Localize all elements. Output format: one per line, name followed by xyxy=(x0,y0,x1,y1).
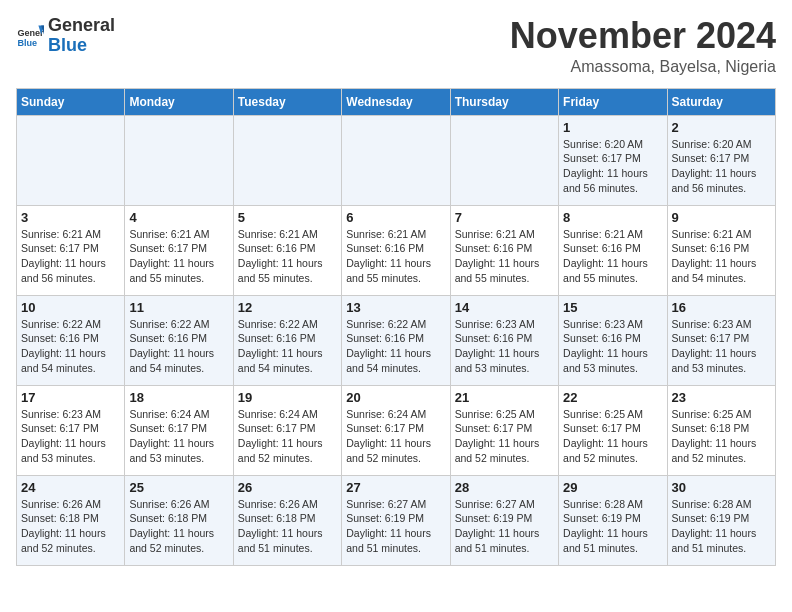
col-header-sunday: Sunday xyxy=(17,88,125,115)
day-number: 27 xyxy=(346,480,445,495)
day-info: Sunrise: 6:23 AM Sunset: 6:17 PM Dayligh… xyxy=(21,407,120,466)
day-info: Sunrise: 6:27 AM Sunset: 6:19 PM Dayligh… xyxy=(346,497,445,556)
calendar-cell: 7Sunrise: 6:21 AM Sunset: 6:16 PM Daylig… xyxy=(450,205,558,295)
col-header-friday: Friday xyxy=(559,88,667,115)
logo-blue-text: Blue xyxy=(48,35,87,55)
day-number: 13 xyxy=(346,300,445,315)
day-info: Sunrise: 6:25 AM Sunset: 6:17 PM Dayligh… xyxy=(455,407,554,466)
calendar-cell: 19Sunrise: 6:24 AM Sunset: 6:17 PM Dayli… xyxy=(233,385,341,475)
day-info: Sunrise: 6:23 AM Sunset: 6:16 PM Dayligh… xyxy=(563,317,662,376)
calendar-cell xyxy=(450,115,558,205)
col-header-thursday: Thursday xyxy=(450,88,558,115)
day-number: 25 xyxy=(129,480,228,495)
calendar-week-row: 1Sunrise: 6:20 AM Sunset: 6:17 PM Daylig… xyxy=(17,115,776,205)
day-number: 11 xyxy=(129,300,228,315)
calendar-cell: 12Sunrise: 6:22 AM Sunset: 6:16 PM Dayli… xyxy=(233,295,341,385)
day-info: Sunrise: 6:23 AM Sunset: 6:17 PM Dayligh… xyxy=(672,317,771,376)
day-info: Sunrise: 6:21 AM Sunset: 6:16 PM Dayligh… xyxy=(238,227,337,286)
calendar-week-row: 10Sunrise: 6:22 AM Sunset: 6:16 PM Dayli… xyxy=(17,295,776,385)
day-info: Sunrise: 6:21 AM Sunset: 6:16 PM Dayligh… xyxy=(563,227,662,286)
day-info: Sunrise: 6:26 AM Sunset: 6:18 PM Dayligh… xyxy=(129,497,228,556)
calendar-cell: 9Sunrise: 6:21 AM Sunset: 6:16 PM Daylig… xyxy=(667,205,775,295)
day-info: Sunrise: 6:21 AM Sunset: 6:16 PM Dayligh… xyxy=(672,227,771,286)
day-number: 29 xyxy=(563,480,662,495)
day-number: 10 xyxy=(21,300,120,315)
day-info: Sunrise: 6:20 AM Sunset: 6:17 PM Dayligh… xyxy=(672,137,771,196)
day-number: 26 xyxy=(238,480,337,495)
calendar-cell xyxy=(17,115,125,205)
day-number: 18 xyxy=(129,390,228,405)
day-info: Sunrise: 6:23 AM Sunset: 6:16 PM Dayligh… xyxy=(455,317,554,376)
day-info: Sunrise: 6:21 AM Sunset: 6:16 PM Dayligh… xyxy=(455,227,554,286)
calendar-cell: 23Sunrise: 6:25 AM Sunset: 6:18 PM Dayli… xyxy=(667,385,775,475)
day-info: Sunrise: 6:22 AM Sunset: 6:16 PM Dayligh… xyxy=(346,317,445,376)
calendar-cell: 29Sunrise: 6:28 AM Sunset: 6:19 PM Dayli… xyxy=(559,475,667,565)
logo-general-text: General xyxy=(48,15,115,35)
day-number: 15 xyxy=(563,300,662,315)
day-number: 5 xyxy=(238,210,337,225)
calendar-cell: 22Sunrise: 6:25 AM Sunset: 6:17 PM Dayli… xyxy=(559,385,667,475)
day-info: Sunrise: 6:22 AM Sunset: 6:16 PM Dayligh… xyxy=(129,317,228,376)
calendar-cell: 27Sunrise: 6:27 AM Sunset: 6:19 PM Dayli… xyxy=(342,475,450,565)
day-number: 17 xyxy=(21,390,120,405)
calendar-cell: 25Sunrise: 6:26 AM Sunset: 6:18 PM Dayli… xyxy=(125,475,233,565)
calendar-cell: 3Sunrise: 6:21 AM Sunset: 6:17 PM Daylig… xyxy=(17,205,125,295)
day-number: 16 xyxy=(672,300,771,315)
day-number: 30 xyxy=(672,480,771,495)
calendar-table: SundayMondayTuesdayWednesdayThursdayFrid… xyxy=(16,88,776,566)
calendar-cell: 26Sunrise: 6:26 AM Sunset: 6:18 PM Dayli… xyxy=(233,475,341,565)
calendar-week-row: 17Sunrise: 6:23 AM Sunset: 6:17 PM Dayli… xyxy=(17,385,776,475)
calendar-cell: 6Sunrise: 6:21 AM Sunset: 6:16 PM Daylig… xyxy=(342,205,450,295)
day-info: Sunrise: 6:25 AM Sunset: 6:18 PM Dayligh… xyxy=(672,407,771,466)
day-number: 6 xyxy=(346,210,445,225)
day-number: 24 xyxy=(21,480,120,495)
calendar-cell: 11Sunrise: 6:22 AM Sunset: 6:16 PM Dayli… xyxy=(125,295,233,385)
calendar-cell xyxy=(125,115,233,205)
day-number: 23 xyxy=(672,390,771,405)
col-header-saturday: Saturday xyxy=(667,88,775,115)
day-info: Sunrise: 6:26 AM Sunset: 6:18 PM Dayligh… xyxy=(21,497,120,556)
calendar-cell: 15Sunrise: 6:23 AM Sunset: 6:16 PM Dayli… xyxy=(559,295,667,385)
day-info: Sunrise: 6:21 AM Sunset: 6:17 PM Dayligh… xyxy=(129,227,228,286)
calendar-cell: 18Sunrise: 6:24 AM Sunset: 6:17 PM Dayli… xyxy=(125,385,233,475)
calendar-cell: 14Sunrise: 6:23 AM Sunset: 6:16 PM Dayli… xyxy=(450,295,558,385)
calendar-week-row: 3Sunrise: 6:21 AM Sunset: 6:17 PM Daylig… xyxy=(17,205,776,295)
day-info: Sunrise: 6:25 AM Sunset: 6:17 PM Dayligh… xyxy=(563,407,662,466)
calendar-cell: 1Sunrise: 6:20 AM Sunset: 6:17 PM Daylig… xyxy=(559,115,667,205)
day-number: 8 xyxy=(563,210,662,225)
day-number: 20 xyxy=(346,390,445,405)
day-info: Sunrise: 6:28 AM Sunset: 6:19 PM Dayligh… xyxy=(672,497,771,556)
location: Amassoma, Bayelsa, Nigeria xyxy=(510,58,776,76)
day-info: Sunrise: 6:26 AM Sunset: 6:18 PM Dayligh… xyxy=(238,497,337,556)
calendar-cell: 21Sunrise: 6:25 AM Sunset: 6:17 PM Dayli… xyxy=(450,385,558,475)
day-info: Sunrise: 6:21 AM Sunset: 6:16 PM Dayligh… xyxy=(346,227,445,286)
month-title: November 2024 xyxy=(510,16,776,56)
svg-text:Blue: Blue xyxy=(17,38,37,48)
day-info: Sunrise: 6:24 AM Sunset: 6:17 PM Dayligh… xyxy=(129,407,228,466)
day-number: 7 xyxy=(455,210,554,225)
title-block: November 2024 Amassoma, Bayelsa, Nigeria xyxy=(510,16,776,76)
calendar-cell: 28Sunrise: 6:27 AM Sunset: 6:19 PM Dayli… xyxy=(450,475,558,565)
calendar-cell: 16Sunrise: 6:23 AM Sunset: 6:17 PM Dayli… xyxy=(667,295,775,385)
logo-icon: General Blue xyxy=(16,22,44,50)
calendar-cell xyxy=(342,115,450,205)
calendar-cell: 8Sunrise: 6:21 AM Sunset: 6:16 PM Daylig… xyxy=(559,205,667,295)
calendar-week-row: 24Sunrise: 6:26 AM Sunset: 6:18 PM Dayli… xyxy=(17,475,776,565)
day-info: Sunrise: 6:24 AM Sunset: 6:17 PM Dayligh… xyxy=(346,407,445,466)
day-number: 19 xyxy=(238,390,337,405)
calendar-header-row: SundayMondayTuesdayWednesdayThursdayFrid… xyxy=(17,88,776,115)
day-number: 14 xyxy=(455,300,554,315)
day-number: 2 xyxy=(672,120,771,135)
day-info: Sunrise: 6:28 AM Sunset: 6:19 PM Dayligh… xyxy=(563,497,662,556)
day-info: Sunrise: 6:27 AM Sunset: 6:19 PM Dayligh… xyxy=(455,497,554,556)
day-number: 28 xyxy=(455,480,554,495)
day-info: Sunrise: 6:22 AM Sunset: 6:16 PM Dayligh… xyxy=(21,317,120,376)
calendar-cell: 10Sunrise: 6:22 AM Sunset: 6:16 PM Dayli… xyxy=(17,295,125,385)
col-header-tuesday: Tuesday xyxy=(233,88,341,115)
calendar-cell: 2Sunrise: 6:20 AM Sunset: 6:17 PM Daylig… xyxy=(667,115,775,205)
day-info: Sunrise: 6:20 AM Sunset: 6:17 PM Dayligh… xyxy=(563,137,662,196)
day-number: 12 xyxy=(238,300,337,315)
calendar-cell: 24Sunrise: 6:26 AM Sunset: 6:18 PM Dayli… xyxy=(17,475,125,565)
calendar-cell: 20Sunrise: 6:24 AM Sunset: 6:17 PM Dayli… xyxy=(342,385,450,475)
page-header: General Blue General Blue November 2024 … xyxy=(16,16,776,76)
